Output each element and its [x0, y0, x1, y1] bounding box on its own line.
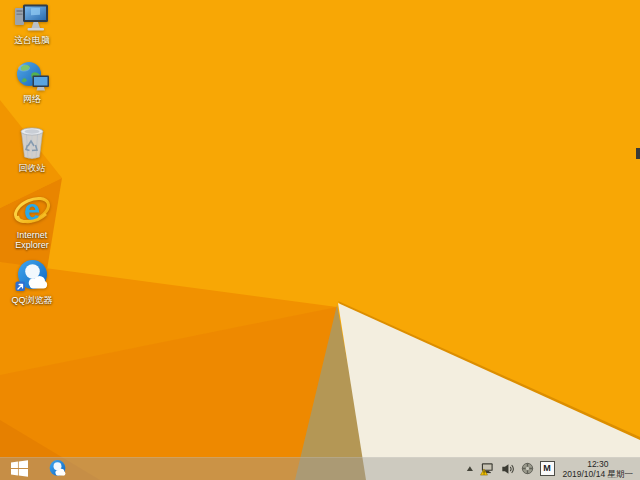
- desktop-icon-label: QQ浏览器: [11, 295, 52, 305]
- qq-browser-icon: [48, 459, 67, 478]
- ime-indicator[interactable]: M: [540, 461, 555, 476]
- taskbar: ▲: [0, 457, 640, 480]
- desktop-icon-label: 回收站: [19, 163, 46, 173]
- this-pc-icon: [14, 2, 50, 33]
- system-tray: ▲: [466, 457, 640, 480]
- desktop-icon-label: Internet Explorer: [2, 230, 62, 250]
- volume-icon[interactable]: [501, 462, 515, 476]
- desktop-icon-qq-browser[interactable]: QQ浏览器: [1, 258, 63, 305]
- internet-explorer-icon: e: [12, 192, 52, 228]
- desktop-icon-internet-explorer[interactable]: e Internet Explorer: [1, 192, 63, 250]
- clock-date: 2019/10/14 星期一: [563, 469, 633, 479]
- taskbar-clock[interactable]: 12:30 2019/10/14 星期一: [561, 459, 635, 479]
- wallpaper: [0, 0, 640, 480]
- target-utility-icon[interactable]: [521, 462, 534, 475]
- desktop-icon-label: 这台电脑: [14, 35, 50, 45]
- recycle-bin-icon: [17, 125, 47, 161]
- network-warning-icon[interactable]: [480, 461, 495, 476]
- qq-browser-icon: [15, 258, 50, 293]
- desktop-icon-this-pc[interactable]: 这台电脑: [1, 2, 63, 45]
- desktop-icon-recycle-bin[interactable]: 回收站: [1, 125, 63, 173]
- windows-logo-icon: [11, 460, 28, 477]
- desktop-icon-label: 网络: [23, 94, 41, 104]
- desktop-icon-network[interactable]: 网络: [1, 61, 63, 104]
- start-button[interactable]: [4, 457, 34, 480]
- clock-time: 12:30: [563, 459, 633, 469]
- show-hidden-icons-button[interactable]: ▲: [464, 457, 474, 480]
- network-icon: [15, 61, 50, 92]
- taskbar-pinned-qq-browser[interactable]: [44, 457, 70, 480]
- screen-artifact: [636, 148, 640, 159]
- desktop[interactable]: 这台电脑 网络: [0, 0, 640, 480]
